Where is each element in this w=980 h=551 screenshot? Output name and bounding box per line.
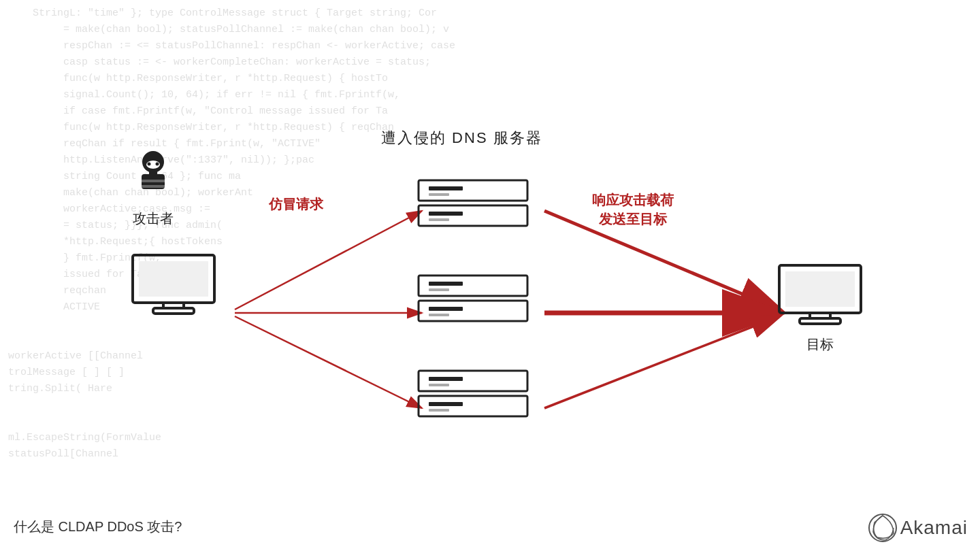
svg-rect-27: [429, 282, 463, 286]
akamai-logo: Akamai: [868, 513, 968, 543]
svg-rect-15: [142, 185, 165, 188]
akamai-text: Akamai: [900, 517, 968, 539]
svg-rect-22: [429, 193, 449, 196]
svg-rect-21: [429, 186, 463, 190]
hacker-icon: [129, 150, 177, 204]
target-group: 目标: [776, 262, 864, 354]
svg-rect-28: [429, 288, 449, 291]
svg-rect-34: [429, 384, 449, 386]
svg-rect-25: [429, 218, 449, 221]
attacker-label: 攻击者: [133, 210, 174, 228]
svg-rect-37: [429, 409, 449, 412]
bottom-title: 什么是 CLDAP DDoS 攻击?: [14, 518, 182, 536]
target-label: 目标: [806, 335, 834, 354]
spoof-request-label: 仿冒请求: [269, 195, 323, 214]
svg-rect-31: [429, 314, 449, 316]
svg-rect-13: [149, 171, 157, 177]
dns-server-2: [415, 272, 531, 327]
diagram-container: 遭入侵的 DNS 服务器 仿冒请求 响应攻击载荷 发送至目标 攻击者: [0, 0, 980, 551]
attacker-computer: [129, 252, 218, 322]
dns-server-label: 遭入侵的 DNS 服务器: [381, 128, 542, 148]
dns-server-3: [415, 367, 531, 422]
target-computer-icon: [776, 262, 864, 330]
akamai-logo-icon: [868, 513, 898, 543]
svg-rect-24: [429, 212, 463, 216]
svg-rect-30: [429, 307, 463, 311]
svg-point-10: [148, 163, 151, 166]
svg-rect-17: [139, 261, 208, 297]
svg-rect-39: [785, 271, 855, 307]
svg-rect-33: [429, 377, 463, 381]
svg-rect-36: [429, 402, 463, 406]
attacker-group: 攻击者: [129, 150, 177, 228]
dns-server-1: [415, 177, 531, 231]
servers-group: [415, 177, 531, 422]
svg-rect-41: [800, 318, 840, 324]
attacker-computer-icon: [129, 252, 218, 320]
svg-rect-19: [153, 308, 194, 314]
response-attack-label: 响应攻击载荷 发送至目标: [592, 190, 674, 229]
svg-rect-14: [142, 180, 165, 182]
svg-point-11: [156, 163, 159, 166]
